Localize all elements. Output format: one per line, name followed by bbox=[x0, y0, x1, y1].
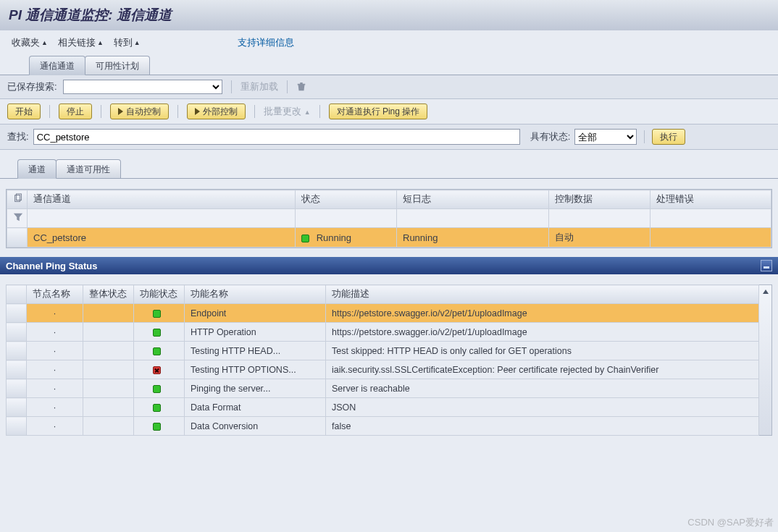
row-selector[interactable] bbox=[7, 304, 27, 323]
row-selector[interactable] bbox=[7, 342, 27, 360]
cell-func-name: Testing HTTP OPTIONS... bbox=[185, 360, 326, 379]
separator bbox=[49, 105, 50, 118]
col-func-status[interactable]: 功能状态 bbox=[134, 285, 185, 304]
saved-search-select[interactable] bbox=[63, 80, 222, 94]
nav-support[interactable]: 支持详细信息 bbox=[238, 36, 294, 49]
table-row[interactable]: ·HTTP Operationhttps://petstore.swagger.… bbox=[7, 323, 759, 342]
sub-tabstrip: 通道 通道可用性 bbox=[0, 159, 778, 179]
col-status[interactable]: 状态 bbox=[296, 190, 397, 209]
chevron-down-icon: ▲ bbox=[41, 39, 48, 46]
row-selector[interactable] bbox=[7, 398, 27, 417]
table-row[interactable]: ·Data Conversionfalse bbox=[7, 417, 759, 436]
col-node[interactable]: 节点名称 bbox=[27, 285, 83, 304]
col-func-name[interactable]: 功能名称 bbox=[185, 285, 326, 304]
nav-row: 收藏夹 ▲ 相关链接 ▲ 转到 ▲ 支持详细信息 bbox=[0, 30, 778, 55]
execute-button[interactable]: 执行 bbox=[652, 129, 685, 145]
cell-func-status bbox=[134, 304, 185, 323]
filter-icon[interactable] bbox=[7, 209, 28, 228]
cell-func-name: Endpoint bbox=[185, 304, 326, 323]
batch-modify-button[interactable]: 批量更改 ▲ bbox=[264, 105, 311, 118]
play-icon bbox=[195, 108, 200, 115]
cell-overall bbox=[83, 360, 134, 379]
col-control[interactable]: 控制数据 bbox=[549, 190, 651, 209]
cell-func-desc: Server is reachable bbox=[326, 379, 759, 398]
row-selector[interactable] bbox=[7, 360, 27, 379]
row-selector[interactable] bbox=[7, 417, 27, 436]
nav-goto[interactable]: 转到 ▲ bbox=[114, 36, 141, 49]
col-channel[interactable]: 通信通道 bbox=[28, 190, 296, 209]
separator bbox=[101, 105, 101, 118]
reload-button[interactable]: 重新加载 bbox=[240, 80, 278, 93]
table-row[interactable]: ·Testing HTTP HEAD...Test skipped: HTTP … bbox=[7, 342, 759, 360]
cell-status: Running bbox=[296, 228, 397, 248]
start-button[interactable]: 开始 bbox=[7, 104, 41, 119]
nav-favorites[interactable]: 收藏夹 ▲ bbox=[12, 36, 48, 49]
scrollbar[interactable] bbox=[759, 284, 772, 436]
nav-related[interactable]: 相关链接 ▲ bbox=[58, 36, 104, 49]
chevron-down-icon: ▲ bbox=[97, 39, 104, 46]
cell-control: 自动 bbox=[549, 228, 651, 248]
cell-node: · bbox=[27, 360, 83, 379]
ext-control-button[interactable]: 外部控制 bbox=[187, 104, 246, 119]
ping-button[interactable]: 对通道执行 Ping 操作 bbox=[329, 104, 428, 119]
cell-func-name: Data Format bbox=[185, 398, 326, 417]
cell-node: · bbox=[27, 398, 83, 417]
separator bbox=[254, 105, 255, 118]
cell-func-name: Data Conversion bbox=[185, 417, 326, 436]
find-label: 查找: bbox=[7, 130, 29, 143]
filter-cell[interactable] bbox=[549, 209, 651, 228]
table-row[interactable]: ·Data FormatJSON bbox=[7, 398, 759, 417]
row-selector[interactable] bbox=[7, 228, 28, 248]
cell-node: · bbox=[27, 379, 83, 398]
filter-cell[interactable] bbox=[397, 209, 549, 228]
cell-func-status bbox=[134, 379, 185, 398]
table-row[interactable]: ·Pinging the server...Server is reachabl… bbox=[7, 379, 759, 398]
stop-button[interactable]: 停止 bbox=[59, 104, 92, 119]
cell-func-name: Testing HTTP HEAD... bbox=[185, 342, 326, 360]
cell-overall bbox=[83, 323, 134, 342]
table-row[interactable]: ·Endpointhttps://petstore.swagger.io/v2/… bbox=[7, 304, 759, 323]
minimize-icon[interactable] bbox=[761, 260, 772, 271]
with-status-label: 具有状态: bbox=[530, 130, 571, 143]
separator bbox=[177, 105, 178, 118]
cell-status-text: Running bbox=[317, 232, 351, 243]
filter-cell[interactable] bbox=[296, 209, 397, 228]
watermark: CSDN @SAP爱好者 bbox=[687, 516, 774, 529]
cell-func-desc: https://petstore.swagger.io/v2/pet/1/upl… bbox=[326, 304, 759, 323]
row-selector[interactable] bbox=[7, 379, 27, 398]
ping-panel-header: Channel Ping Status bbox=[0, 257, 778, 274]
tab-availability-plan[interactable]: 可用性计划 bbox=[85, 56, 150, 75]
cell-func-desc: JSON bbox=[326, 398, 759, 417]
cell-overall bbox=[83, 304, 134, 323]
ping-table: 节点名称 整体状态 功能状态 功能名称 功能描述 ·Endpointhttps:… bbox=[6, 284, 759, 436]
status-ok-icon bbox=[153, 310, 161, 318]
status-ok-icon bbox=[153, 404, 161, 412]
table-header-row: 通信通道 状态 短日志 控制数据 处理错误 bbox=[7, 190, 771, 209]
status-ok-icon bbox=[153, 385, 161, 393]
find-input[interactable] bbox=[33, 129, 520, 145]
col-errors[interactable]: 处理错误 bbox=[651, 190, 771, 209]
copy-icon[interactable] bbox=[7, 190, 28, 209]
cell-func-desc: iaik.security.ssl.SSLCertificateExceptio… bbox=[326, 360, 759, 379]
status-ok-icon bbox=[153, 329, 161, 337]
chevron-down-icon: ▲ bbox=[304, 109, 311, 116]
page-title: PI 通信通道监控: 通信通道 bbox=[0, 0, 778, 30]
tab-channel-availability[interactable]: 通道可用性 bbox=[56, 159, 121, 178]
table-filter-row bbox=[7, 209, 771, 228]
col-log[interactable]: 短日志 bbox=[397, 190, 549, 209]
tab-channels[interactable]: 通信通道 bbox=[29, 56, 85, 75]
auto-control-button[interactable]: 自动控制 bbox=[110, 104, 169, 119]
with-status-select[interactable]: 全部 bbox=[574, 129, 637, 145]
table-row[interactable]: ·Testing HTTP OPTIONS...iaik.security.ss… bbox=[7, 360, 759, 379]
col-func-desc[interactable]: 功能描述 bbox=[326, 285, 759, 304]
table-row[interactable]: CC_petstore Running Running 自动 bbox=[7, 228, 771, 248]
row-selector[interactable] bbox=[7, 323, 27, 342]
scroll-up-icon[interactable] bbox=[759, 285, 771, 298]
ping-panel-title: Channel Ping Status bbox=[6, 261, 97, 271]
cell-channel: CC_petstore bbox=[28, 228, 296, 248]
filter-cell[interactable] bbox=[651, 209, 771, 228]
col-overall[interactable]: 整体状态 bbox=[83, 285, 134, 304]
filter-cell[interactable] bbox=[28, 209, 296, 228]
tab-channel[interactable]: 通道 bbox=[17, 159, 57, 179]
trash-icon[interactable] bbox=[296, 82, 306, 92]
